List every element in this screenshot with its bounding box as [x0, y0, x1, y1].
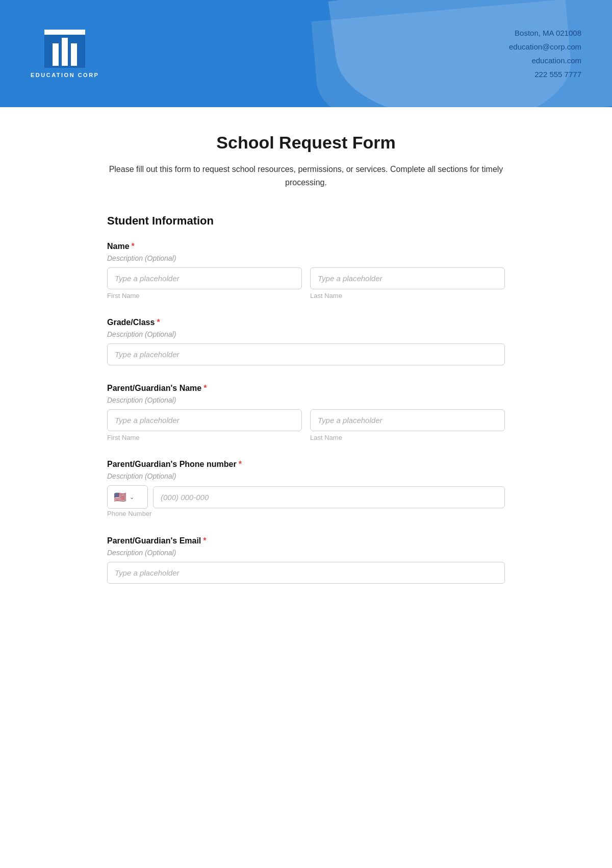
grade-description: Description (Optional): [107, 330, 505, 338]
header-phone: 222 555 7777: [509, 67, 581, 81]
page-header: EDUCATION CORP Boston, MA 021008 educati…: [0, 0, 612, 107]
guardian-last-name-col: Last Name: [310, 409, 505, 441]
phone-input-wrap: [153, 486, 505, 508]
guardian-first-name-input[interactable]: [107, 409, 302, 431]
header-info: Boston, MA 021008 education@corp.com edu…: [509, 26, 581, 81]
guardian-email-label: Parent/Guardian's Email *: [107, 536, 505, 545]
guardian-phone-description: Description (Optional): [107, 472, 505, 480]
flag-icon: 🇺🇸: [114, 491, 126, 503]
last-name-col: Last Name: [310, 267, 505, 300]
guardian-name-label: Parent/Guardian's Name *: [107, 384, 505, 393]
name-input-row: First Name Last Name: [107, 267, 505, 300]
first-name-input[interactable]: [107, 267, 302, 289]
header-email: education@corp.com: [509, 40, 581, 54]
field-group-grade: Grade/Class * Description (Optional): [107, 318, 505, 365]
name-description: Description (Optional): [107, 254, 505, 262]
guardian-phone-label: Parent/Guardian's Phone number *: [107, 460, 505, 469]
grade-label: Grade/Class *: [107, 318, 505, 327]
form-title: School Request Form: [107, 133, 505, 153]
field-group-guardian-phone: Parent/Guardian's Phone number * Descrip…: [107, 460, 505, 518]
guardian-email-description: Description (Optional): [107, 549, 505, 557]
first-name-label: First Name: [107, 292, 302, 300]
logo-text: EDUCATION CORP: [31, 72, 99, 78]
guardian-last-name-label: Last Name: [310, 434, 505, 441]
field-group-name: Name * Description (Optional) First Name…: [107, 242, 505, 300]
section-student-title: Student Information: [107, 214, 505, 228]
guardian-first-name-col: First Name: [107, 409, 302, 441]
country-selector[interactable]: 🇺🇸 ⌄: [107, 485, 148, 509]
field-group-guardian-name: Parent/Guardian's Name * Description (Op…: [107, 384, 505, 441]
guardian-email-required: *: [203, 536, 206, 545]
last-name-label: Last Name: [310, 292, 505, 300]
field-group-guardian-email: Parent/Guardian's Email * Description (O…: [107, 536, 505, 584]
guardian-last-name-input[interactable]: [310, 409, 505, 431]
guardian-name-description: Description (Optional): [107, 396, 505, 404]
chevron-down-icon: ⌄: [130, 494, 134, 501]
phone-row: 🇺🇸 ⌄: [107, 485, 505, 509]
guardian-name-input-row: First Name Last Name: [107, 409, 505, 441]
guardian-first-name-label: First Name: [107, 434, 302, 441]
guardian-phone-required: *: [239, 460, 242, 469]
header-address: Boston, MA 021008: [509, 26, 581, 40]
first-name-col: First Name: [107, 267, 302, 300]
logo-icon: [44, 30, 85, 68]
logo-area: EDUCATION CORP: [31, 30, 99, 78]
grade-required: *: [157, 318, 160, 327]
name-label: Name *: [107, 242, 505, 251]
header-website: education.com: [509, 54, 581, 67]
guardian-email-input[interactable]: [107, 562, 505, 584]
phone-input[interactable]: [153, 486, 505, 508]
last-name-input[interactable]: [310, 267, 505, 289]
grade-input[interactable]: [107, 343, 505, 365]
phone-sub-label: Phone Number: [107, 510, 151, 517]
main-content: School Request Form Please fill out this…: [87, 107, 525, 643]
name-required: *: [132, 242, 135, 251]
guardian-name-required: *: [203, 384, 207, 393]
form-subtitle: Please fill out this form to request sch…: [107, 163, 505, 189]
